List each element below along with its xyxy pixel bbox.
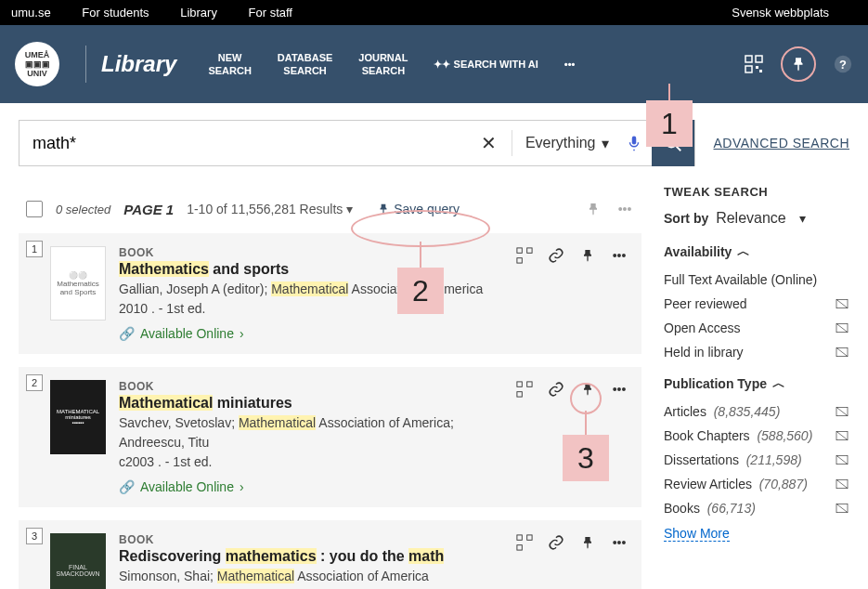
result-type: BOOK — [119, 533, 502, 546]
topbar-link-swedish[interactable]: Svensk webbplats — [732, 6, 829, 20]
annotation-3: 3 — [563, 435, 609, 481]
more-icon[interactable]: ••• — [610, 533, 628, 552]
chevron-up-icon: ︿ — [772, 375, 785, 392]
chevron-up-icon: ︿ — [737, 243, 750, 260]
search-row: ✕ Everything▾ ADVANCED SEARCH — [0, 120, 868, 166]
pin-icon[interactable] — [578, 533, 597, 552]
pin-favorites-button[interactable] — [781, 46, 816, 82]
exclude-icon[interactable] — [835, 428, 849, 443]
results-column: 0 selected PAGE 1 1-10 of 11,556,281 Res… — [19, 185, 641, 589]
clear-icon[interactable]: ✕ — [472, 132, 506, 154]
svg-line-19 — [836, 299, 848, 308]
facets-column: TWEAK SEARCH Sort by Relevance ▾ Availab… — [664, 185, 849, 542]
annotation-2: 2 — [397, 268, 444, 314]
svg-rect-9 — [517, 248, 522, 253]
header-more-icon[interactable]: ••• — [615, 200, 634, 218]
search-input[interactable] — [19, 134, 472, 153]
annotation-line-2 — [420, 242, 421, 268]
facet-availability-header[interactable]: Availability︿ — [664, 243, 849, 260]
facet-item-dissertations[interactable]: Dissertations (211,598) — [664, 448, 849, 472]
top-utility-bar: umu.se For students Library For staff Sv… — [0, 0, 868, 25]
book-cover[interactable]: MATHEMATICALminiatures▪▪▪▪▪▪ — [50, 380, 106, 454]
topbar-link-students[interactable]: For students — [82, 6, 149, 20]
svg-rect-2 — [745, 66, 752, 72]
chevron-down-icon[interactable]: ▾ — [346, 202, 353, 216]
facet-pubtype-header[interactable]: Publication Type︿ — [664, 375, 849, 392]
qr-icon[interactable] — [515, 533, 534, 552]
book-cover[interactable]: ⚪⚪Mathematicsand Sports — [50, 246, 106, 321]
svg-rect-16 — [527, 535, 532, 540]
help-icon[interactable]: ? — [833, 54, 853, 74]
facet-item-reviews[interactable]: Review Articles (70,887) — [664, 472, 849, 496]
pin-icon[interactable] — [578, 246, 597, 265]
sort-by-dropdown[interactable]: Sort by Relevance ▾ — [664, 210, 849, 227]
exclude-icon[interactable] — [835, 452, 849, 467]
divider — [512, 130, 512, 156]
svg-line-31 — [836, 479, 848, 488]
availability-link[interactable]: 🔗Available Online› — [119, 479, 502, 494]
nav-database-search[interactable]: DATABASESEARCH — [278, 51, 332, 78]
facet-item-openaccess[interactable]: Open Access — [664, 316, 849, 340]
result-meta: Gallian, Joseph A (editor); Mathematical… — [119, 280, 502, 299]
university-logo[interactable]: UMEÅ▣▣▣UNIV — [15, 42, 59, 86]
nav-new-search[interactable]: NEWSEARCH — [208, 51, 251, 78]
advanced-search-link[interactable]: ADVANCED SEARCH — [714, 136, 850, 151]
exclude-icon[interactable] — [835, 345, 849, 360]
chevron-down-icon: ▾ — [602, 135, 609, 152]
permalink-icon[interactable] — [547, 246, 565, 265]
result-meta-2: c2003 . - 1st ed. — [119, 452, 502, 472]
header-pin-icon[interactable] — [584, 200, 602, 218]
result-number: 3 — [26, 528, 43, 544]
svg-rect-10 — [527, 248, 532, 253]
nav-journal-search[interactable]: JOURNALSEARCH — [358, 51, 408, 78]
result-title[interactable]: Mathematics and sports — [119, 261, 502, 278]
nav-more[interactable]: ••• — [564, 58, 576, 71]
results-header: 0 selected PAGE 1 1-10 of 11,556,281 Res… — [19, 185, 641, 233]
search-scope-dropdown[interactable]: Everything▾ — [518, 135, 616, 152]
select-all-checkbox[interactable] — [26, 201, 43, 217]
result-type: BOOK — [119, 380, 502, 393]
result-meta: Savchev, Svetoslav; Mathematical Associa… — [119, 413, 502, 452]
exclude-icon[interactable] — [835, 501, 849, 516]
annotation-1: 1 — [646, 100, 693, 147]
exclude-icon[interactable] — [835, 404, 849, 419]
page-label: PAGE 1 — [123, 202, 174, 217]
result-type: BOOK — [119, 246, 502, 259]
svg-rect-12 — [517, 382, 522, 386]
qr-icon[interactable] — [515, 380, 534, 399]
result-title[interactable]: Rediscovering mathematics : you do the m… — [119, 548, 502, 565]
more-icon[interactable]: ••• — [610, 246, 628, 265]
availability-link[interactable]: 🔗Available Online› — [119, 326, 502, 341]
topbar-link-library[interactable]: Library — [180, 6, 217, 20]
brand-title[interactable]: Library — [101, 51, 176, 77]
facet-item-books[interactable]: Books (66,713) — [664, 496, 849, 520]
facet-item-fulltext[interactable]: Full Text Available (Online) — [664, 268, 849, 292]
permalink-icon[interactable] — [547, 533, 565, 552]
result-meta-2: 2010 . - 1st ed. — [119, 299, 502, 319]
annotation-circle-3 — [570, 383, 602, 414]
facet-item-held[interactable]: Held in library — [664, 340, 849, 364]
exclude-icon[interactable] — [835, 477, 849, 491]
topbar-link-staff[interactable]: For staff — [249, 6, 292, 20]
svg-rect-13 — [527, 382, 532, 386]
permalink-icon[interactable] — [547, 380, 565, 399]
result-title[interactable]: Mathematical miniatures — [119, 395, 502, 412]
chevron-right-icon: › — [240, 326, 244, 341]
facet-item-articles[interactable]: Articles (8,835,445) — [664, 399, 849, 424]
qr-icon[interactable] — [515, 246, 534, 265]
exclude-icon[interactable] — [835, 296, 849, 311]
topbar-link-umu[interactable]: umu.se — [11, 6, 51, 20]
nav-search-ai[interactable]: ✦✦ SEARCH WITH AI — [434, 58, 538, 71]
qr-icon[interactable] — [744, 54, 764, 74]
facet-item-peer[interactable]: Peer reviewed — [664, 292, 849, 316]
book-cover[interactable]: FINAL SMACKDOWN — [50, 533, 106, 589]
svg-text:?: ? — [839, 58, 847, 72]
more-icon[interactable]: ••• — [610, 380, 628, 399]
search-box: ✕ Everything▾ — [19, 120, 695, 166]
svg-rect-15 — [517, 535, 522, 540]
exclude-icon[interactable] — [835, 321, 849, 335]
show-more-link[interactable]: Show More — [664, 526, 730, 542]
facet-item-chapters[interactable]: Book Chapters (588,560) — [664, 424, 849, 448]
link-icon: 🔗 — [119, 479, 135, 494]
chevron-down-icon: ▾ — [799, 211, 806, 226]
